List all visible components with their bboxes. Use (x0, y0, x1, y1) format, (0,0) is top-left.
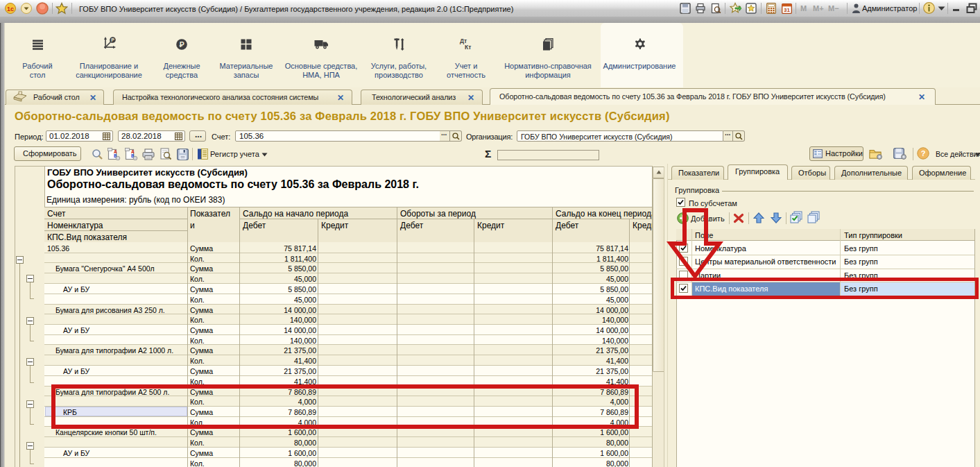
svg-text:1c: 1c (7, 6, 14, 12)
svg-text:Р: Р (111, 37, 114, 42)
svg-text:Р: Р (180, 40, 184, 49)
svg-text:31: 31 (784, 7, 790, 13)
svg-text:?: ? (921, 149, 926, 158)
